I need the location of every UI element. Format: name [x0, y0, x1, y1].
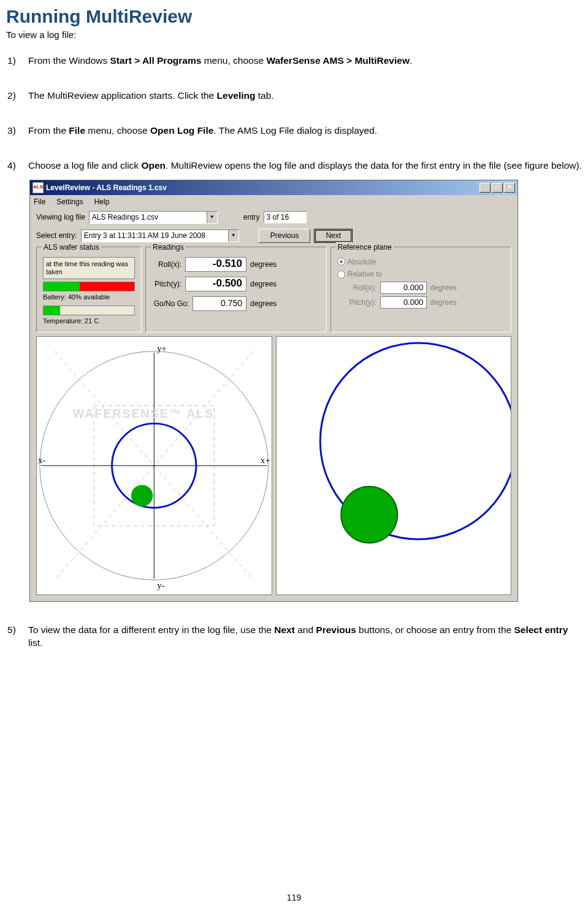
- titlebar: ALS LevelReview - ALS Readings 1.csv _ □…: [30, 180, 517, 195]
- entry-label: entry: [243, 212, 260, 222]
- radio-relative: Relative to: [337, 269, 505, 279]
- close-button[interactable]: ×: [504, 183, 515, 193]
- entry-field: 3 of 16: [264, 211, 307, 223]
- select-entry-dropdown[interactable]: Entry 3 at 11:31:31 AM 19 June 2008 ▼: [81, 229, 239, 242]
- svg-point-8: [131, 485, 153, 506]
- window-title: LevelReview - ALS Readings 1.csv: [46, 183, 167, 193]
- maximize-button[interactable]: □: [492, 183, 503, 193]
- pitch-value: -0.500: [185, 277, 246, 291]
- window-buttons: _ □ ×: [479, 183, 515, 193]
- status-group: ALS wafer status at the time this readin…: [36, 247, 142, 332]
- step-4: Choose a log file and click Open. MultiR…: [6, 160, 582, 602]
- radio-absolute: Absolute: [337, 257, 505, 267]
- step-1: From the Windows Start > All Programs me…: [6, 55, 582, 67]
- temperature-label: Temperature: 21 C: [43, 317, 135, 326]
- svg-text:y+: y+: [157, 344, 167, 353]
- reference-group: Reference plane Absolute Relative to Rol…: [330, 247, 512, 332]
- viewing-row: Viewing log file ALS Readings 1.csv ▼ en…: [30, 209, 517, 226]
- charts-row: WAFERSENSE™ ALS y+ y- x+ x-: [30, 336, 517, 601]
- reference-title: Reference plane: [336, 242, 394, 252]
- menu-file[interactable]: File: [34, 197, 45, 207]
- temperature-bar: [43, 306, 135, 315]
- step-3: From the File menu, choose Open Log File…: [6, 125, 582, 137]
- page-heading: Running MultiReview: [6, 6, 582, 27]
- battery-label: Battery: 40% available: [43, 293, 135, 302]
- gonogo-value: 0.750: [193, 296, 246, 311]
- roll-value: -0.510: [185, 257, 246, 272]
- svg-text:WAFERSENSE™ ALS: WAFERSENSE™ ALS: [73, 406, 214, 420]
- readings-title: Readings: [151, 242, 186, 252]
- viewing-select[interactable]: ALS Readings 1.csv ▼: [89, 211, 218, 224]
- svg-point-14: [341, 486, 397, 543]
- status-title: ALS wafer status: [42, 242, 101, 252]
- status-text: at the time this reading was taken: [43, 257, 135, 279]
- chevron-down-icon: ▼: [207, 212, 217, 223]
- ref-roll-label: Roll(x):: [347, 283, 376, 293]
- svg-text:x+: x+: [261, 455, 270, 465]
- chevron-down-icon: ▼: [228, 230, 239, 242]
- readings-group: Readings Roll(x): -0.510 degrees Pitch(y…: [145, 247, 327, 332]
- next-button[interactable]: Next: [314, 229, 353, 243]
- menu-settings[interactable]: Settings: [56, 197, 83, 207]
- svg-text:y-: y-: [157, 580, 164, 590]
- roll-label: Roll(x):: [152, 259, 181, 269]
- panels: ALS wafer status at the time this readin…: [30, 245, 517, 336]
- previous-button[interactable]: Previous: [259, 229, 311, 243]
- ref-pitch-value: 0.000: [380, 296, 427, 309]
- step-5: To view the data for a different entry i…: [6, 624, 582, 650]
- chart-right: [276, 336, 512, 595]
- battery-bar: [43, 282, 135, 291]
- app-icon: ALS: [32, 182, 44, 193]
- ref-pitch-label: Pitch(y):: [347, 298, 376, 307]
- intro-text: To view a log file:: [6, 29, 582, 40]
- app-window: ALS LevelReview - ALS Readings 1.csv _ □…: [29, 180, 518, 602]
- viewing-label: Viewing log file: [36, 212, 85, 222]
- menu-help[interactable]: Help: [94, 197, 110, 207]
- gonogo-label: Go/No Go:: [152, 299, 189, 309]
- select-entry-label: Select entry:: [36, 231, 77, 240]
- minimize-button[interactable]: _: [479, 183, 491, 193]
- select-entry-row: Select entry: Entry 3 at 11:31:31 AM 19 …: [30, 226, 517, 245]
- chart-left: WAFERSENSE™ ALS y+ y- x+ x-: [36, 336, 272, 595]
- ref-roll-value: 0.000: [380, 282, 427, 294]
- pitch-label: Pitch(y):: [152, 279, 181, 289]
- steps-list: From the Windows Start > All Programs me…: [6, 55, 582, 650]
- svg-text:x-: x-: [38, 455, 45, 465]
- step-2: The MultiReview application starts. Clic…: [6, 90, 582, 102]
- menubar: File Settings Help: [30, 195, 517, 209]
